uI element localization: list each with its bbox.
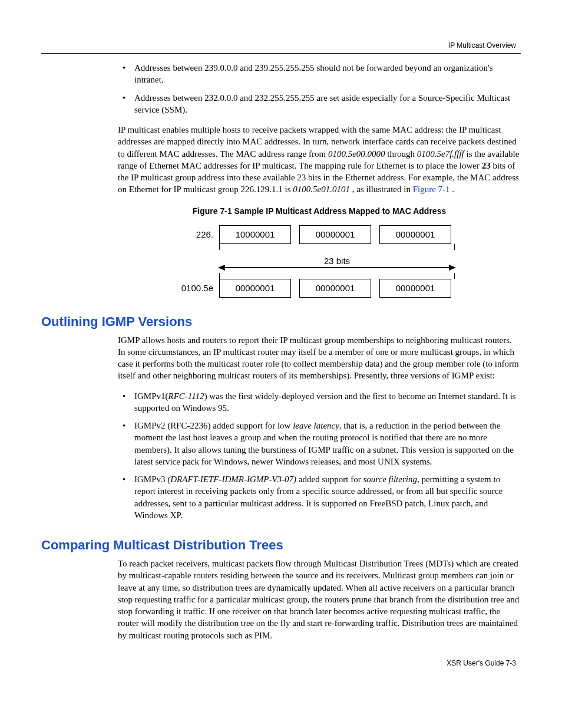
- mac-example: 0100.5e01.0101: [293, 185, 350, 194]
- term: source filtering: [363, 475, 417, 484]
- mac-range-start: 0100.5e00.0000: [328, 149, 385, 159]
- bits-row: 23 bits: [166, 256, 472, 268]
- byte-cell: 10000001: [219, 225, 291, 244]
- byte-cell: 00000001: [299, 279, 371, 298]
- text: .: [452, 185, 454, 194]
- double-arrow-icon: [219, 267, 455, 268]
- figure-7-1: 226. 10000001 00000001 00000001 23 bits: [166, 225, 472, 298]
- igmp-bullet-list: IGMPv1(RFC-1112) was the first widely-de…: [118, 390, 521, 522]
- mac-range-end: 0100.5e7f.ffff: [417, 149, 464, 159]
- byte-cell: 00000001: [219, 279, 291, 298]
- bits-count: 23: [482, 161, 491, 170]
- igmp-body: IGMP allows hosts and routers to report …: [118, 334, 521, 522]
- figure-row-ip: 226. 10000001 00000001 00000001: [166, 225, 472, 244]
- text: added support for: [296, 475, 363, 484]
- figure-row-mac: 0100.5e 00000001 00000001 00000001: [166, 279, 472, 298]
- list-item: Addresses between 232.0.0.0 and 232.255.…: [118, 92, 521, 116]
- draft-ref: (DRAFT-IETF-IDMR-IGMP-V3-07): [167, 475, 296, 484]
- page-footer: XSR User's Guide 7-3: [41, 659, 521, 667]
- term: leave latency: [293, 421, 339, 430]
- bits-indicator: 23 bits: [219, 256, 455, 268]
- tick-mark: [454, 273, 455, 279]
- bits-label: 23 bits: [219, 256, 455, 266]
- tick-mark: [219, 244, 220, 250]
- heading-igmp-versions: Outlining IGMP Versions: [41, 314, 521, 330]
- tick-top: [219, 244, 455, 250]
- running-header: IP Multicast Overview: [41, 41, 521, 50]
- text: through: [387, 149, 416, 159]
- list-item: IGMPv1(RFC-1112) was the first widely-de…: [118, 390, 521, 414]
- ip-byte-cells: 10000001 00000001 00000001: [219, 225, 451, 244]
- byte-cell: 00000001: [379, 225, 451, 244]
- heading-multicast-trees: Comparing Multicast Distribution Trees: [41, 538, 521, 553]
- text: IGMPv3: [134, 475, 167, 484]
- figure-link[interactable]: Figure 7-1: [413, 185, 450, 194]
- page: IP Multicast Overview Addresses between …: [0, 0, 562, 691]
- list-item: IGMPv3 (DRAFT-IETF-IDMR-IGMP-V3-07) adde…: [118, 473, 521, 521]
- paragraph-mapping: IP multicast enables multiple hosts to r…: [118, 124, 521, 196]
- byte-cell: 00000001: [379, 279, 451, 298]
- tick-bottom: [219, 273, 455, 279]
- tick-mark: [219, 273, 220, 279]
- text: , as illustrated in: [352, 185, 413, 194]
- mac-byte-cells: 00000001 00000001 00000001: [219, 279, 451, 298]
- text: IGMPv2 (RFC-2236) added support for low: [134, 421, 293, 430]
- header-rule: [41, 53, 521, 54]
- mac-prefix-label: 0100.5e: [166, 283, 219, 293]
- mdt-body: To reach packet receivers, multicast pac…: [118, 558, 521, 641]
- byte-cell: 00000001: [299, 225, 371, 244]
- rfc-ref: RFC-1112: [168, 391, 204, 401]
- paragraph-mdt: To reach packet receivers, multicast pac…: [118, 558, 521, 641]
- ip-prefix-label: 226.: [166, 229, 219, 239]
- tick-mark: [454, 244, 455, 250]
- text: IGMPv1(: [134, 391, 168, 401]
- top-bullet-list: Addresses between 239.0.0.0 and 239.255.…: [118, 62, 521, 116]
- list-item: Addresses between 239.0.0.0 and 239.255.…: [118, 62, 521, 86]
- figure-caption: Figure 7-1 Sample IP Multicast Address M…: [118, 206, 521, 216]
- paragraph-igmp-intro: IGMP allows hosts and routers to report …: [118, 334, 521, 382]
- body-content: Addresses between 239.0.0.0 and 239.255.…: [118, 62, 521, 298]
- list-item: IGMPv2 (RFC-2236) added support for low …: [118, 420, 521, 467]
